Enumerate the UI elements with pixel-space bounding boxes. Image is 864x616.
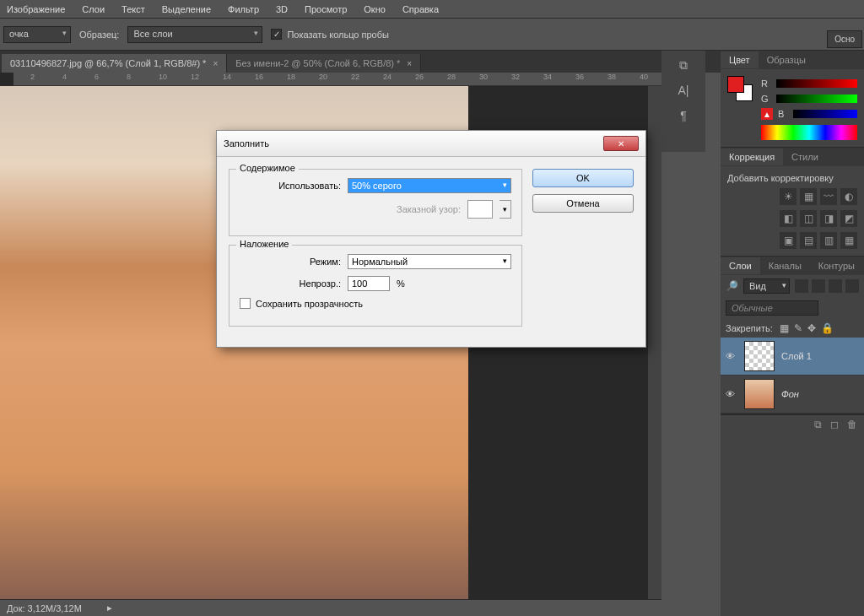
menu-bar: Изображение Слои Текст Выделение Фильтр … (0, 0, 864, 19)
menu-help[interactable]: Справка (402, 4, 439, 14)
layer-filter-kind[interactable]: Вид (743, 278, 790, 294)
menu-filter[interactable]: Фильтр (228, 4, 259, 14)
vertical-scrollbar[interactable] (648, 86, 662, 599)
document-tab[interactable]: Без имени-2 @ 50% (Слой 6, RGB/8) * × (227, 54, 421, 73)
exposure-icon[interactable]: ◐ (840, 188, 857, 205)
green-slider[interactable] (776, 95, 857, 103)
content-fieldset: Содержимое Использовать: 50% серого Зака… (229, 169, 522, 236)
gamut-warning-icon[interactable]: ▲ (761, 108, 773, 120)
status-bar: Док: 3,12M/3,12M ▸ (0, 599, 662, 616)
tab-styles[interactable]: Стили (783, 149, 827, 165)
menu-view[interactable]: Просмотр (305, 4, 347, 14)
photo-filter-icon[interactable]: ◩ (840, 210, 857, 227)
close-button[interactable]: ✕ (603, 136, 639, 151)
r-label: R (761, 78, 771, 89)
document-tab[interactable]: 03110496827.jpg @ 66,7% (Слой 1, RGB/8#)… (2, 54, 227, 73)
layer-row[interactable]: 👁 Фон (721, 376, 864, 413)
menu-select[interactable]: Выделение (162, 4, 211, 14)
lookup-icon[interactable]: ▤ (800, 232, 817, 249)
foreground-color-swatch[interactable] (727, 76, 744, 93)
ok-button[interactable]: OK (532, 169, 634, 187)
tab-color[interactable]: Цвет (721, 51, 759, 68)
menu-text[interactable]: Текст (122, 4, 145, 14)
sample-label: Образец: (79, 30, 119, 40)
menu-image[interactable]: Изображение (7, 4, 65, 14)
opacity-input[interactable] (348, 276, 390, 291)
blue-slider[interactable] (793, 110, 857, 118)
mode-dropdown[interactable]: Нормальный (348, 254, 511, 269)
filter-adjust-icon[interactable] (812, 279, 825, 293)
filter-pixel-icon[interactable] (795, 279, 808, 293)
dialog-title: Заполнить (224, 138, 269, 149)
pattern-picker-arrow: ▾ (500, 200, 511, 219)
preserve-transparency-checkbox[interactable] (240, 298, 251, 309)
spectrum-ramp[interactable] (761, 125, 857, 140)
opacity-label: Непрозр.: (240, 278, 341, 289)
lock-label: Закрепить: (726, 323, 773, 333)
close-icon[interactable]: × (213, 59, 218, 68)
status-arrow-icon[interactable]: ▸ (107, 602, 112, 613)
menu-3d[interactable]: 3D (276, 4, 288, 14)
blend-mode-dropdown[interactable]: Обычные (726, 300, 818, 316)
layer-row[interactable]: 👁 Слой 1 (721, 338, 864, 376)
hue-icon[interactable]: ◫ (800, 210, 817, 227)
filter-shape-icon[interactable] (845, 279, 859, 293)
close-icon[interactable]: × (407, 59, 412, 68)
trash-icon[interactable]: 🗑 (847, 419, 857, 430)
tab-swatches[interactable]: Образцы (759, 51, 814, 68)
brightness-icon[interactable]: ☀ (780, 188, 796, 205)
lock-all-icon[interactable]: 🔒 (821, 322, 834, 334)
layer-thumbnail[interactable] (744, 379, 775, 409)
layer-name[interactable]: Слой 1 (781, 351, 812, 361)
show-ring-checkbox[interactable] (271, 29, 282, 40)
sample-dropdown[interactable]: Все слои (127, 26, 262, 43)
vibrance-icon[interactable]: ◧ (780, 210, 796, 227)
content-legend: Содержимое (236, 163, 299, 173)
g-label: G (761, 94, 771, 104)
blending-fieldset: Наложение Режим: Нормальный Непрозр.: % … (229, 245, 522, 327)
tab-channels[interactable]: Каналы (760, 257, 810, 274)
curves-icon[interactable]: 〰 (820, 188, 837, 205)
tab-adjustments[interactable]: Коррекция (721, 149, 783, 165)
doc-size: Док: 3,12M/3,12M (7, 603, 82, 613)
invert-icon[interactable]: ▥ (820, 232, 837, 249)
levels-icon[interactable]: ▦ (800, 188, 817, 205)
lock-transparent-icon[interactable]: ▦ (780, 322, 789, 334)
panels-column: Цвет Образцы R G ▲B Коррекция Стили Доба… (721, 51, 864, 616)
menu-layers[interactable]: Слои (82, 4, 105, 14)
dialog-titlebar[interactable]: Заполнить ✕ (217, 131, 645, 157)
history-icon[interactable]: ⧉ (672, 57, 695, 73)
cancel-button[interactable]: Отмена (532, 194, 634, 213)
options-bar: очка Образец: Все слои Показать кольцо п… (0, 19, 864, 51)
link-layers-icon[interactable]: ⧉ (814, 419, 822, 430)
show-ring-option[interactable]: Показать кольцо пробы (271, 29, 389, 40)
tab-title: 03110496827.jpg @ 66,7% (Слой 1, RGB/8#)… (10, 58, 206, 68)
paragraph-icon[interactable]: ¶ (672, 108, 695, 123)
layers-panel: Слои Каналы Контуры 🔎 Вид Обычные Закреп… (721, 257, 864, 414)
show-ring-label: Показать кольцо пробы (287, 30, 389, 40)
search-icon[interactable]: 🔎 (726, 280, 738, 292)
filter-type-icon[interactable] (829, 279, 842, 293)
use-dropdown[interactable]: 50% серого (348, 178, 511, 193)
layer-thumbnail[interactable] (744, 341, 775, 371)
tool-preset-dropdown[interactable]: очка (3, 26, 71, 43)
visibility-icon[interactable]: 👁 (726, 351, 737, 361)
visibility-icon[interactable]: 👁 (726, 389, 737, 399)
mode-label: Режим: (240, 257, 341, 267)
lock-pixels-icon[interactable]: ✎ (794, 322, 802, 334)
red-slider[interactable] (776, 79, 857, 88)
character-icon[interactable]: A| (672, 83, 695, 98)
new-layer-icon[interactable]: ◻ (830, 419, 839, 430)
use-label: Использовать: (240, 181, 341, 191)
fg-bg-swatches[interactable] (727, 76, 754, 140)
tab-layers[interactable]: Слои (721, 257, 760, 274)
workspace-switcher[interactable]: Осно (827, 30, 862, 48)
tab-paths[interactable]: Контуры (810, 257, 863, 274)
menu-window[interactable]: Окно (364, 4, 386, 14)
bw-icon[interactable]: ◨ (820, 210, 837, 227)
horizontal-ruler: 2 4 6 8 10 12 14 16 18 20 22 24 26 28 30… (14, 73, 662, 86)
threshold-icon[interactable]: ▦ (840, 232, 857, 249)
lock-position-icon[interactable]: ✥ (807, 322, 816, 334)
layer-name[interactable]: Фон (781, 389, 799, 399)
channel-mixer-icon[interactable]: ▣ (780, 232, 796, 249)
